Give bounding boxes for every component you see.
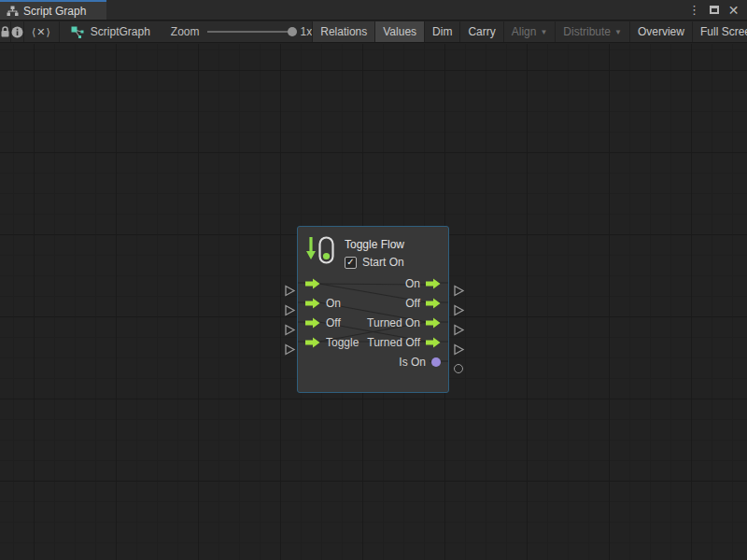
external-flow-connector[interactable] [453,285,465,297]
start-on-checkbox[interactable]: ✓ [345,257,357,269]
distribute-label: Distribute [563,25,611,38]
port-row: Is On [298,352,448,371]
window-menu-icon[interactable]: ⋮ [686,2,702,19]
flow-in-icon [305,317,320,329]
input-port-label: Off [326,316,341,329]
window-controls: ⋮ ✕ [686,0,747,20]
output-port-label: Off [405,297,420,310]
flow-in-icon [305,337,320,348]
flow-in-icon [305,278,320,289]
chevron-down-icon: ▼ [540,27,547,36]
start-on-label: Start On [362,256,404,269]
port-row: On Off [298,293,448,313]
external-flow-connector[interactable] [453,324,465,336]
info-button[interactable] [11,21,24,42]
close-icon[interactable]: ✕ [726,2,741,19]
flow-in-icon [305,298,320,309]
external-flow-connector[interactable] [284,304,296,316]
full-screen-button[interactable]: Full Screen [692,21,747,42]
chevron-down-icon: ▼ [614,27,622,36]
external-value-connector[interactable] [454,364,463,373]
node-ports: On On Off Off [298,273,448,371]
input-port-label: On [326,297,341,310]
output-port-turned-on[interactable]: Turned On [367,316,441,329]
flow-out-icon [426,317,441,329]
info-icon [11,26,23,38]
input-port-off[interactable]: Off [305,316,341,329]
output-port-label: Turned On [367,316,420,329]
node-header-text: Toggle Flow ✓ Start On [345,235,404,269]
start-on-setting: ✓ Start On [345,256,404,269]
input-port-label: Toggle [326,336,359,349]
zoom-value: 1x [301,25,313,38]
edit-source-button[interactable]: ⟨✕⟩ [24,21,60,42]
graph-canvas[interactable]: Toggle Flow ✓ Start On [0,44,747,560]
external-flow-connector[interactable] [453,343,465,356]
distribute-dropdown[interactable]: Distribute ▼ [555,21,629,42]
graph-name-text: ScriptGraph [91,25,150,38]
dim-button[interactable]: Dim [424,21,459,42]
relations-button[interactable]: Relations [312,21,374,42]
flow-out-icon [426,278,441,289]
external-flow-connector[interactable] [284,285,296,297]
toggle-flow-icon [305,235,337,265]
tab-strip: Script Graph ⋮ ✕ [0,0,747,21]
output-port-on[interactable]: On [405,277,441,290]
output-port-turned-off[interactable]: Turned Off [367,336,441,349]
toolbar-right-group: Relations Values Dim Carry Align ▼ Distr… [312,21,747,42]
zoom-slider[interactable] [207,31,293,33]
node-header: Toggle Flow ✓ Start On [298,227,448,269]
zoom-slider-handle[interactable] [288,27,297,36]
flow-out-icon [426,298,441,309]
flow-out-icon [426,337,441,348]
align-label: Align [512,25,537,38]
tab-label: Script Graph [23,5,86,18]
input-port-toggle[interactable]: Toggle [305,336,359,349]
output-port-label: Is On [399,356,426,369]
graph-hierarchy-icon [7,6,19,17]
external-flow-connector[interactable] [453,304,465,316]
port-row: Off Turned On [298,313,448,332]
maximize-icon[interactable] [706,2,722,19]
align-dropdown[interactable]: Align ▼ [503,21,556,42]
graph-toolbar: ⟨✕⟩ ScriptGraph Zoom 1x Relations Values… [0,21,747,43]
lock-button[interactable] [0,21,11,42]
tabstrip-spacer [106,0,686,20]
code-icon: ⟨✕⟩ [32,26,51,38]
tab-script-graph[interactable]: Script Graph [0,0,106,20]
lock-icon [0,26,10,38]
carry-button[interactable]: Carry [459,21,502,42]
value-port-icon [431,357,441,367]
overview-button[interactable]: Overview [629,21,692,42]
script-graph-icon [71,26,85,38]
node-title: Toggle Flow [345,235,404,251]
output-port-label: On [405,277,420,290]
input-port-on[interactable]: On [305,297,341,310]
toggle-flow-node[interactable]: Toggle Flow ✓ Start On [297,226,449,393]
graph-name-label: ScriptGraph [71,21,150,42]
port-row: Toggle Turned Off [298,332,448,352]
external-flow-connector[interactable] [284,324,296,336]
values-button[interactable]: Values [374,21,424,42]
input-port-invoke[interactable] [305,278,326,289]
port-row: On [298,273,448,293]
output-port-label: Turned Off [367,336,420,349]
zoom-label: Zoom [171,25,200,38]
output-port-is-on[interactable]: Is On [399,356,441,369]
output-port-off[interactable]: Off [405,297,441,310]
external-flow-connector[interactable] [284,343,296,356]
zoom-control: Zoom 1x [171,21,312,42]
